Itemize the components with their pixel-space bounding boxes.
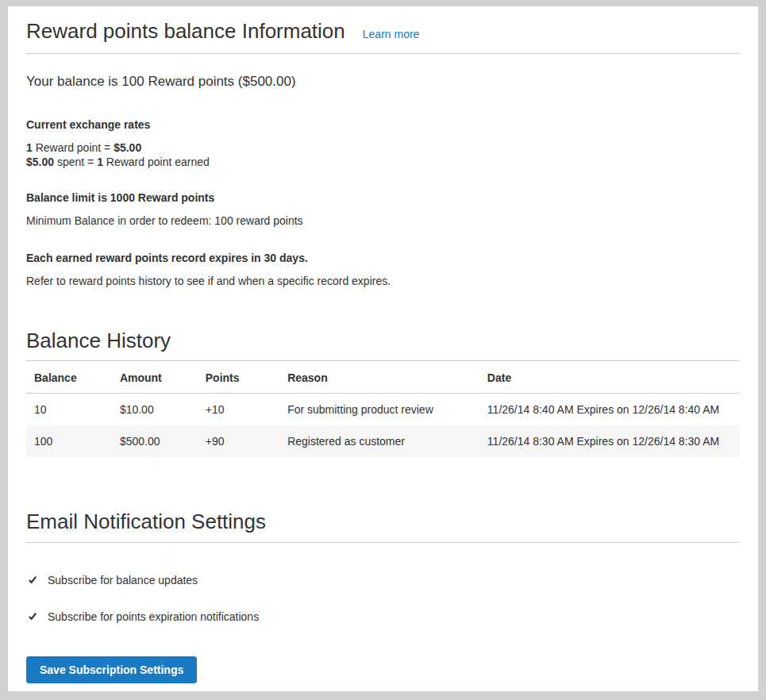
table-row: 100 $500.00 +90 Registered as customer 1… xyxy=(26,425,740,457)
column-header-balance: Balance xyxy=(26,361,112,394)
subscribe-balance-updates-checkbox[interactable] xyxy=(27,575,38,586)
column-header-amount: Amount xyxy=(112,361,198,394)
cell-balance: 100 xyxy=(26,425,112,457)
cell-amount: $10.00 xyxy=(112,394,198,426)
exchange-rate-lines: 1 Reward point = $5.00 $5.00 spent = 1 R… xyxy=(26,140,740,169)
save-subscription-settings-button[interactable]: Save Subscription Settings xyxy=(26,656,197,683)
balance-history-heading: Balance History xyxy=(26,329,740,361)
rate-line-2: $5.00 spent = 1 Reward point earned xyxy=(26,156,210,168)
cell-date: 11/26/14 8:40 AM Expires on 12/26/14 8:4… xyxy=(479,394,740,426)
exchange-rates-heading: Current exchange rates xyxy=(26,118,740,131)
cell-date: 11/26/14 8:30 AM Expires on 12/26/14 8:3… xyxy=(479,425,740,457)
subscribe-balance-updates-label[interactable]: Subscribe for balance updates xyxy=(48,574,198,587)
subscribe-expiration-row: Subscribe for points expiration notifica… xyxy=(26,610,740,623)
page-title: Reward points balance Information xyxy=(26,19,345,44)
cell-points: +90 xyxy=(198,425,279,457)
reward-points-page: Reward points balance Information Learn … xyxy=(8,6,758,691)
subscribe-expiration-label[interactable]: Subscribe for points expiration notifica… xyxy=(48,610,259,623)
min-balance-text: Minimum Balance in order to redeem: 100 … xyxy=(26,214,740,227)
subscribe-expiration-checkbox[interactable] xyxy=(27,611,38,622)
cell-reason: For submitting product review xyxy=(279,394,479,426)
cell-reason: Registered as customer xyxy=(279,425,479,457)
cell-amount: $500.00 xyxy=(112,425,198,457)
balance-limit-text: Balance limit is 1000 Reward points xyxy=(26,191,740,204)
expiry-note-text: Refer to reward points history to see if… xyxy=(26,275,740,287)
balance-summary: Your balance is 100 Reward points ($500.… xyxy=(26,74,740,90)
column-header-date: Date xyxy=(479,361,740,394)
table-row: 10 $10.00 +10 For submitting product rev… xyxy=(26,394,740,426)
subscribe-balance-updates-row: Subscribe for balance updates xyxy=(26,574,740,587)
column-header-reason: Reason xyxy=(279,361,479,394)
rate-line-1: 1 Reward point = $5.00 xyxy=(26,141,141,154)
balance-history-table: Balance Amount Points Reason Date 10 $10… xyxy=(26,361,740,457)
cell-points: +10 xyxy=(198,394,279,426)
cell-balance: 10 xyxy=(26,394,112,426)
expiry-rule-text: Each earned reward points record expires… xyxy=(26,252,740,264)
column-header-points: Points xyxy=(198,361,279,394)
page-header: Reward points balance Information Learn … xyxy=(26,19,740,54)
table-header-row: Balance Amount Points Reason Date xyxy=(26,361,740,394)
learn-more-link[interactable]: Learn more xyxy=(363,28,420,40)
email-settings-heading: Email Notification Settings xyxy=(26,510,740,542)
